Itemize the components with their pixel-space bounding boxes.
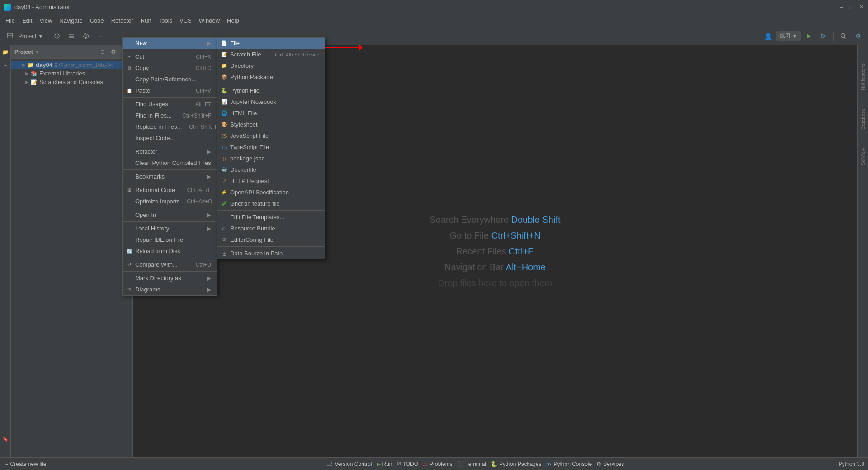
run-btn-status[interactable]: ▶ Run — [375, 461, 394, 467]
ctx-find-usages[interactable]: Find Usages Alt+F7 — [123, 99, 217, 110]
ctx-reformat[interactable]: ⊞ Reformat Code Ctrl+Alt+L — [123, 184, 217, 196]
project-icon[interactable] — [4, 30, 16, 42]
ctx-find-files[interactable]: Find in Files... Ctrl+Shift+F — [123, 110, 217, 121]
structure-icon[interactable]: ☰ — [0, 59, 10, 69]
ctx-reload-disk-label: Reload from Disk — [135, 248, 180, 254]
submenu-stylesheet[interactable]: 🎨 Stylesheet — [217, 119, 325, 130]
submenu-http-request[interactable]: ↗ HTTP Request — [217, 175, 325, 187]
ts-icon: TS — [221, 144, 227, 150]
ctx-new[interactable]: New ▶ — [123, 38, 217, 49]
submenu-jupyter-label: Jupyter Notebook — [230, 99, 276, 105]
run-button[interactable] — [802, 30, 815, 42]
svg-line-11 — [844, 37, 846, 38]
search-hint: Search Everywhere Double Shift — [429, 215, 560, 225]
menu-navigate[interactable]: Navigate — [56, 15, 86, 26]
tree-item-scratches[interactable]: ▶ 📝 Scratches and Consoles — [11, 78, 132, 86]
submenu-html[interactable]: 🌐 HTML File — [217, 108, 325, 119]
ctx-paste[interactable]: 📋 Paste Ctrl+V — [123, 85, 217, 96]
ctx-repair-ide[interactable]: Repair IDE on File — [123, 234, 217, 245]
ctx-local-history[interactable]: Local History ▶ — [123, 223, 217, 234]
project-dropdown[interactable]: ▼ — [38, 33, 43, 39]
todo-btn[interactable]: ☑ TODO — [395, 461, 420, 467]
python-packages-btn[interactable]: 🐍 Python Packages — [489, 461, 543, 467]
menu-window[interactable]: Window — [195, 15, 223, 26]
python-packages-icon: 🐍 — [491, 461, 497, 467]
ctx-refactor[interactable]: Refactor ▶ — [123, 146, 217, 157]
terminal-btn[interactable]: ⬛ Terminal — [455, 461, 488, 467]
version-control-btn[interactable]: ⎇ Version Control — [325, 461, 373, 467]
create-new-file-label: Create new file — [10, 461, 46, 467]
submenu-editorconfig[interactable]: ⚙ EditorConfig File — [217, 234, 325, 245]
project-dropdown-btn[interactable]: ▼ — [35, 49, 40, 55]
collapse-all-icon[interactable] — [98, 47, 107, 56]
submenu-python-package-label: Python Package — [230, 74, 273, 80]
submenu-package-json[interactable]: {} package.json — [217, 153, 325, 164]
restore-button[interactable]: □ — [848, 4, 854, 10]
notifications-panel[interactable]: Notifications — [860, 63, 866, 90]
submenu-datasource[interactable]: 🗄 Data Source in Path — [217, 248, 325, 259]
menu-vcs[interactable]: VCS — [176, 15, 195, 26]
menu-tools[interactable]: Tools — [155, 15, 176, 26]
red-arrow — [326, 44, 362, 51]
submenu-python-file[interactable]: 🐍 Python File — [217, 85, 325, 96]
ctx-clean-compiled[interactable]: Clean Python Compiled Files — [123, 157, 217, 169]
css-icon: 🎨 — [221, 122, 227, 128]
run-config-selector[interactable]: 练习 ▼ — [776, 31, 801, 41]
menu-refactor[interactable]: Refactor — [108, 15, 137, 26]
submenu-scratch-file[interactable]: 📝 Scratch File Ctrl+Alt+Shift+Insert — [217, 49, 325, 60]
search-button[interactable] — [837, 30, 850, 42]
ctx-copy[interactable]: ⧉ Copy Ctrl+C — [123, 62, 217, 74]
bookmarks-icon[interactable]: 🔖 — [0, 434, 10, 444]
python-console-btn[interactable]: ≫ Python Console — [544, 461, 594, 467]
collapse-icon[interactable] — [65, 30, 78, 42]
menu-file[interactable]: File — [2, 15, 19, 26]
ctx-optimize-imports[interactable]: Optimize Imports Ctrl+Alt+O — [123, 196, 217, 207]
submenu-file[interactable]: 📄 File — [217, 38, 325, 49]
submenu-typescript[interactable]: TS TypeScript File — [217, 141, 325, 153]
ctx-cut[interactable]: ✂ Cut Ctrl+X — [123, 51, 217, 62]
submenu-javascript[interactable]: JS JavaScript File — [217, 130, 325, 141]
ctx-bookmarks[interactable]: Bookmarks ▶ — [123, 171, 217, 182]
project-panel-icon[interactable]: 📁 — [0, 47, 10, 57]
ctx-mark-dir[interactable]: Mark Directory as ▶ — [123, 273, 217, 284]
submenu-dockerfile[interactable]: 🐳 Dockerfile — [217, 164, 325, 175]
gear-icon[interactable]: ⚙ — [852, 30, 864, 42]
close-button[interactable]: ✕ — [858, 4, 864, 10]
avatar-icon[interactable]: 👤 — [762, 30, 774, 42]
ctx-compare[interactable]: ⇄ Compare With... Ctrl+D — [123, 259, 217, 270]
submenu-openapi[interactable]: ⚡ OpenAPI Specification — [217, 187, 325, 198]
tree-item-day04[interactable]: ▶ 📁 day04 E:\Python_month_1\day04 — [11, 61, 132, 69]
sciview-panel[interactable]: SciView — [860, 148, 866, 165]
problems-icon: ⚠ — [423, 461, 428, 467]
package-json-icon: {} — [221, 155, 227, 162]
ctx-inspect-code[interactable]: Inspect Code... — [123, 132, 217, 144]
project-settings-icon[interactable]: ⚙ — [109, 47, 118, 56]
ctx-replace-files[interactable]: Replace in Files... Ctrl+Shift+R — [123, 121, 217, 132]
minimize-button[interactable]: ─ — [838, 4, 844, 10]
submenu-directory[interactable]: 📁 Directory — [217, 60, 325, 71]
ctx-open-in[interactable]: Open In ▶ — [123, 209, 217, 221]
submenu-jupyter[interactable]: 📊 Jupyter Notebook — [217, 96, 325, 108]
bottom-tools: ⎇ Version Control ▶ Run ☑ TODO ⚠ Problem… — [53, 461, 626, 467]
menu-view[interactable]: View — [36, 15, 56, 26]
submenu-gherkin[interactable]: 🥒 Gherkin feature file — [217, 198, 325, 209]
database-panel[interactable]: Database — [860, 108, 866, 130]
menu-code[interactable]: Code — [86, 15, 108, 26]
submenu-edit-templates[interactable]: Edit File Templates... — [217, 212, 325, 223]
submenu-resource-bundle[interactable]: 🗂 Resource Bundle — [217, 223, 325, 234]
ctx-reload-disk[interactable]: 🔄 Reload from Disk — [123, 245, 217, 257]
minus-icon[interactable]: − — [94, 30, 107, 42]
services-btn[interactable]: ⚙ Services — [594, 461, 626, 467]
menu-edit[interactable]: Edit — [19, 15, 36, 26]
ctx-diagrams[interactable]: ⊡ Diagrams ▶ — [123, 284, 217, 295]
tree-item-libraries[interactable]: ▶ 📚 External Libraries — [11, 69, 132, 78]
sync-icon[interactable] — [51, 30, 63, 42]
problems-btn[interactable]: ⚠ Problems — [421, 461, 454, 467]
menu-run[interactable]: Run — [137, 15, 155, 26]
debug-button[interactable] — [817, 30, 830, 42]
python-version: Python 3.8 — [839, 461, 864, 467]
ctx-copy-path[interactable]: Copy Path/Reference... — [123, 74, 217, 85]
menu-help[interactable]: Help — [223, 15, 243, 26]
settings-icon[interactable] — [80, 30, 92, 42]
submenu-python-package[interactable]: 📦 Python Package — [217, 71, 325, 83]
